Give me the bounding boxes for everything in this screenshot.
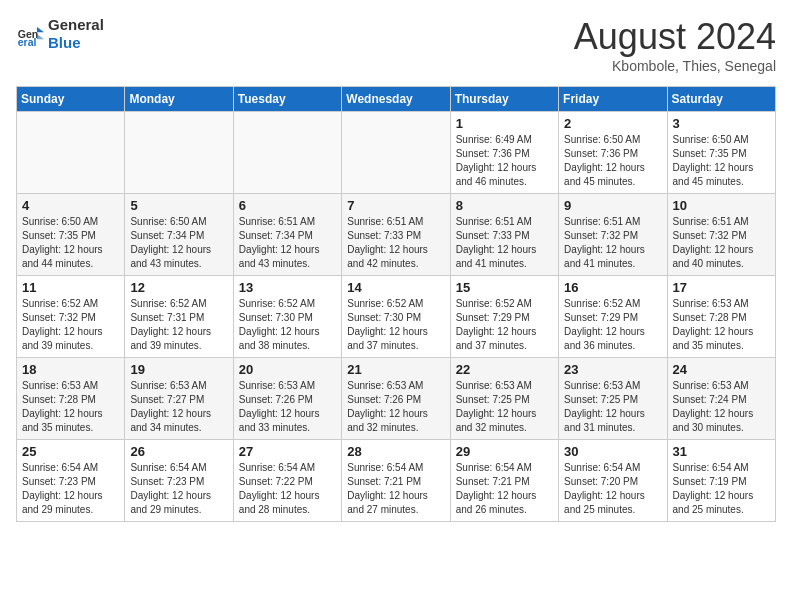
- day-cell: [233, 112, 341, 194]
- day-info: Sunrise: 6:54 AM Sunset: 7:20 PM Dayligh…: [564, 461, 661, 517]
- day-cell: [125, 112, 233, 194]
- day-info: Sunrise: 6:54 AM Sunset: 7:23 PM Dayligh…: [130, 461, 227, 517]
- day-info: Sunrise: 6:54 AM Sunset: 7:19 PM Dayligh…: [673, 461, 770, 517]
- day-number: 25: [22, 444, 119, 459]
- day-number: 8: [456, 198, 553, 213]
- day-cell: 17Sunrise: 6:53 AM Sunset: 7:28 PM Dayli…: [667, 276, 775, 358]
- day-cell: 21Sunrise: 6:53 AM Sunset: 7:26 PM Dayli…: [342, 358, 450, 440]
- day-number: 13: [239, 280, 336, 295]
- day-number: 28: [347, 444, 444, 459]
- month-title: August 2024: [574, 16, 776, 58]
- day-info: Sunrise: 6:50 AM Sunset: 7:35 PM Dayligh…: [22, 215, 119, 271]
- day-number: 2: [564, 116, 661, 131]
- day-info: Sunrise: 6:52 AM Sunset: 7:30 PM Dayligh…: [239, 297, 336, 353]
- calendar-table: SundayMondayTuesdayWednesdayThursdayFrid…: [16, 86, 776, 522]
- col-header-monday: Monday: [125, 87, 233, 112]
- day-info: Sunrise: 6:54 AM Sunset: 7:22 PM Dayligh…: [239, 461, 336, 517]
- day-info: Sunrise: 6:51 AM Sunset: 7:33 PM Dayligh…: [456, 215, 553, 271]
- day-cell: 11Sunrise: 6:52 AM Sunset: 7:32 PM Dayli…: [17, 276, 125, 358]
- day-number: 9: [564, 198, 661, 213]
- week-row-1: 1Sunrise: 6:49 AM Sunset: 7:36 PM Daylig…: [17, 112, 776, 194]
- day-number: 27: [239, 444, 336, 459]
- day-info: Sunrise: 6:54 AM Sunset: 7:21 PM Dayligh…: [456, 461, 553, 517]
- day-cell: 8Sunrise: 6:51 AM Sunset: 7:33 PM Daylig…: [450, 194, 558, 276]
- day-number: 14: [347, 280, 444, 295]
- day-info: Sunrise: 6:53 AM Sunset: 7:27 PM Dayligh…: [130, 379, 227, 435]
- day-info: Sunrise: 6:54 AM Sunset: 7:23 PM Dayligh…: [22, 461, 119, 517]
- day-number: 1: [456, 116, 553, 131]
- day-cell: 28Sunrise: 6:54 AM Sunset: 7:21 PM Dayli…: [342, 440, 450, 522]
- col-header-friday: Friday: [559, 87, 667, 112]
- day-number: 10: [673, 198, 770, 213]
- day-number: 3: [673, 116, 770, 131]
- day-cell: 9Sunrise: 6:51 AM Sunset: 7:32 PM Daylig…: [559, 194, 667, 276]
- day-info: Sunrise: 6:51 AM Sunset: 7:34 PM Dayligh…: [239, 215, 336, 271]
- day-cell: 27Sunrise: 6:54 AM Sunset: 7:22 PM Dayli…: [233, 440, 341, 522]
- day-info: Sunrise: 6:51 AM Sunset: 7:32 PM Dayligh…: [564, 215, 661, 271]
- day-cell: 22Sunrise: 6:53 AM Sunset: 7:25 PM Dayli…: [450, 358, 558, 440]
- logo-text: General Blue: [48, 16, 104, 52]
- day-cell: 3Sunrise: 6:50 AM Sunset: 7:35 PM Daylig…: [667, 112, 775, 194]
- day-info: Sunrise: 6:52 AM Sunset: 7:29 PM Dayligh…: [456, 297, 553, 353]
- day-number: 30: [564, 444, 661, 459]
- day-info: Sunrise: 6:53 AM Sunset: 7:26 PM Dayligh…: [239, 379, 336, 435]
- svg-text:eral: eral: [18, 36, 37, 48]
- day-cell: [342, 112, 450, 194]
- day-info: Sunrise: 6:51 AM Sunset: 7:33 PM Dayligh…: [347, 215, 444, 271]
- day-number: 21: [347, 362, 444, 377]
- col-header-tuesday: Tuesday: [233, 87, 341, 112]
- day-cell: 19Sunrise: 6:53 AM Sunset: 7:27 PM Dayli…: [125, 358, 233, 440]
- day-info: Sunrise: 6:53 AM Sunset: 7:28 PM Dayligh…: [673, 297, 770, 353]
- day-cell: 24Sunrise: 6:53 AM Sunset: 7:24 PM Dayli…: [667, 358, 775, 440]
- col-header-wednesday: Wednesday: [342, 87, 450, 112]
- day-number: 7: [347, 198, 444, 213]
- day-number: 23: [564, 362, 661, 377]
- day-number: 17: [673, 280, 770, 295]
- day-info: Sunrise: 6:53 AM Sunset: 7:26 PM Dayligh…: [347, 379, 444, 435]
- day-number: 22: [456, 362, 553, 377]
- calendar-body: 1Sunrise: 6:49 AM Sunset: 7:36 PM Daylig…: [17, 112, 776, 522]
- week-row-5: 25Sunrise: 6:54 AM Sunset: 7:23 PM Dayli…: [17, 440, 776, 522]
- logo: Gen eral General Blue: [16, 16, 104, 52]
- col-header-sunday: Sunday: [17, 87, 125, 112]
- day-cell: 23Sunrise: 6:53 AM Sunset: 7:25 PM Dayli…: [559, 358, 667, 440]
- day-info: Sunrise: 6:53 AM Sunset: 7:28 PM Dayligh…: [22, 379, 119, 435]
- day-number: 6: [239, 198, 336, 213]
- day-cell: 7Sunrise: 6:51 AM Sunset: 7:33 PM Daylig…: [342, 194, 450, 276]
- day-info: Sunrise: 6:52 AM Sunset: 7:31 PM Dayligh…: [130, 297, 227, 353]
- day-info: Sunrise: 6:50 AM Sunset: 7:36 PM Dayligh…: [564, 133, 661, 189]
- day-info: Sunrise: 6:51 AM Sunset: 7:32 PM Dayligh…: [673, 215, 770, 271]
- day-cell: 13Sunrise: 6:52 AM Sunset: 7:30 PM Dayli…: [233, 276, 341, 358]
- column-headers: SundayMondayTuesdayWednesdayThursdayFrid…: [17, 87, 776, 112]
- day-info: Sunrise: 6:49 AM Sunset: 7:36 PM Dayligh…: [456, 133, 553, 189]
- day-cell: 26Sunrise: 6:54 AM Sunset: 7:23 PM Dayli…: [125, 440, 233, 522]
- day-number: 15: [456, 280, 553, 295]
- day-number: 19: [130, 362, 227, 377]
- day-info: Sunrise: 6:50 AM Sunset: 7:34 PM Dayligh…: [130, 215, 227, 271]
- day-cell: 31Sunrise: 6:54 AM Sunset: 7:19 PM Dayli…: [667, 440, 775, 522]
- svg-marker-2: [37, 27, 44, 32]
- day-number: 26: [130, 444, 227, 459]
- day-cell: 18Sunrise: 6:53 AM Sunset: 7:28 PM Dayli…: [17, 358, 125, 440]
- day-number: 18: [22, 362, 119, 377]
- day-cell: 10Sunrise: 6:51 AM Sunset: 7:32 PM Dayli…: [667, 194, 775, 276]
- title-area: August 2024 Kbombole, Thies, Senegal: [574, 16, 776, 74]
- col-header-thursday: Thursday: [450, 87, 558, 112]
- day-cell: 14Sunrise: 6:52 AM Sunset: 7:30 PM Dayli…: [342, 276, 450, 358]
- day-number: 24: [673, 362, 770, 377]
- logo-line2: Blue: [48, 34, 104, 52]
- day-number: 29: [456, 444, 553, 459]
- day-cell: 20Sunrise: 6:53 AM Sunset: 7:26 PM Dayli…: [233, 358, 341, 440]
- day-cell: 5Sunrise: 6:50 AM Sunset: 7:34 PM Daylig…: [125, 194, 233, 276]
- day-number: 11: [22, 280, 119, 295]
- day-cell: 4Sunrise: 6:50 AM Sunset: 7:35 PM Daylig…: [17, 194, 125, 276]
- day-cell: 30Sunrise: 6:54 AM Sunset: 7:20 PM Dayli…: [559, 440, 667, 522]
- day-cell: 12Sunrise: 6:52 AM Sunset: 7:31 PM Dayli…: [125, 276, 233, 358]
- day-cell: 16Sunrise: 6:52 AM Sunset: 7:29 PM Dayli…: [559, 276, 667, 358]
- day-number: 31: [673, 444, 770, 459]
- location-subtitle: Kbombole, Thies, Senegal: [574, 58, 776, 74]
- logo-line1: General: [48, 16, 104, 34]
- day-cell: 2Sunrise: 6:50 AM Sunset: 7:36 PM Daylig…: [559, 112, 667, 194]
- day-number: 4: [22, 198, 119, 213]
- day-cell: 25Sunrise: 6:54 AM Sunset: 7:23 PM Dayli…: [17, 440, 125, 522]
